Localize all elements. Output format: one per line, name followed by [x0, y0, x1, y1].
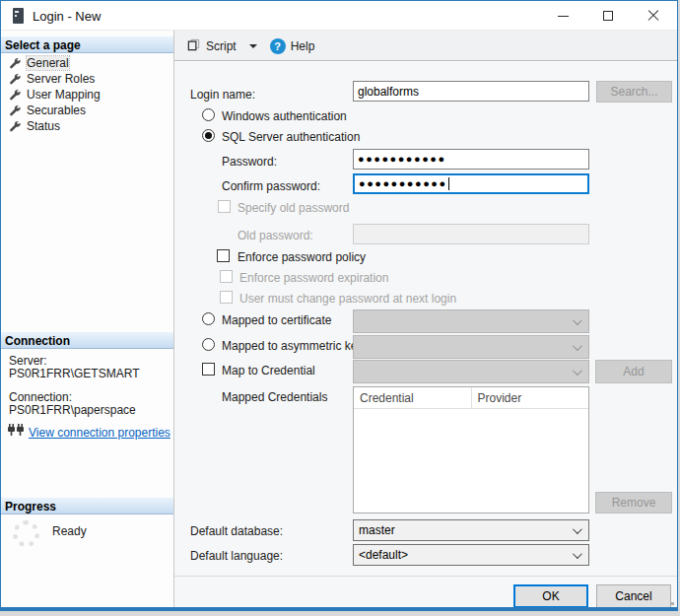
server-value: PS0R1FRR\GETSMART: [9, 367, 139, 380]
sidebar: Select a page General Server Roles User …: [1, 31, 173, 607]
help-button-label: Help: [291, 39, 315, 53]
mapped-to-asymmetric-key-label[interactable]: Mapped to asymmetric key: [222, 339, 363, 353]
certificate-dropdown: [353, 309, 589, 333]
old-password-label: Old password:: [238, 229, 313, 242]
chevron-down-icon: [573, 549, 582, 559]
sidebar-item-label: General: [27, 56, 69, 70]
default-language-dropdown[interactable]: <default>: [353, 544, 589, 566]
progress-status: Ready: [52, 524, 87, 538]
sidebar-item-label: Securables: [27, 103, 86, 117]
wrench-icon: [9, 56, 22, 72]
enforce-password-expiration-label: Enforce password expiration: [239, 271, 388, 285]
connection-properties-icon: [8, 424, 26, 440]
close-icon: [647, 10, 659, 22]
toolbar: Script ? Help: [174, 31, 677, 61]
view-connection-properties-link[interactable]: View connection properties: [29, 426, 170, 440]
sidebar-item-general[interactable]: General: [1, 55, 173, 71]
footer-divider: [174, 576, 677, 577]
old-password-input: [353, 224, 589, 244]
confirm-password-input[interactable]: ●●●●●●●●●●●: [353, 173, 589, 194]
sidebar-item-label: Status: [27, 119, 60, 133]
connection-label: Connection:: [9, 390, 72, 404]
specify-old-password-label: Specify old password: [238, 201, 349, 215]
default-language-label: Default language:: [190, 549, 283, 563]
specify-old-password-checkbox: [218, 200, 231, 213]
close-button[interactable]: [631, 1, 676, 31]
chevron-down-icon: [573, 524, 582, 534]
sidebar-item-securables[interactable]: Securables: [1, 103, 173, 118]
server-label: Server:: [9, 354, 47, 368]
window-title: Login - New: [33, 9, 101, 24]
asymmetric-key-dropdown: [353, 335, 589, 359]
sidebar-item-status[interactable]: Status: [1, 118, 173, 134]
default-language-value: <default>: [359, 548, 408, 562]
login-name-input[interactable]: globalforms: [353, 81, 589, 102]
sidebar-item-server-roles[interactable]: Server Roles: [1, 71, 173, 87]
sidebar-item-user-mapping[interactable]: User Mapping: [1, 87, 173, 103]
resize-grip[interactable]: [671, 602, 674, 605]
cancel-button[interactable]: Cancel: [596, 584, 671, 608]
password-label: Password:: [222, 155, 277, 169]
must-change-password-checkbox: [220, 291, 233, 304]
mapped-credentials-table[interactable]: Credential Provider: [353, 386, 589, 513]
mapped-to-certificate-label[interactable]: Mapped to certificate: [222, 313, 331, 327]
wrench-icon: [9, 72, 22, 88]
sidebar-item-label: Server Roles: [27, 72, 95, 86]
server-login-icon: [13, 8, 24, 24]
script-dropdown-button[interactable]: [245, 42, 261, 50]
minimize-button[interactable]: [540, 1, 585, 31]
enforce-password-policy-label[interactable]: Enforce password policy: [238, 250, 366, 264]
connection-value: PS0R1FRR\paperspace: [9, 403, 136, 417]
default-database-dropdown[interactable]: master: [353, 519, 589, 541]
sql-auth-label[interactable]: SQL Server authentication: [222, 130, 360, 144]
login-new-dialog: Login - New Select a page General Server…: [0, 0, 678, 611]
minimize-icon: [558, 16, 569, 17]
connection-header: Connection: [1, 332, 173, 349]
progress-header: Progress: [1, 498, 173, 514]
script-icon: [186, 37, 201, 55]
enforce-password-policy-checkbox[interactable]: [217, 249, 230, 262]
script-button-label: Script: [206, 39, 237, 53]
script-button[interactable]: Script: [182, 35, 240, 57]
sidebar-item-label: User Mapping: [27, 88, 101, 102]
default-database-label: Default database:: [190, 524, 283, 538]
chevron-down-icon: [573, 315, 582, 325]
mapped-to-asymmetric-key-radio[interactable]: [202, 338, 215, 351]
search-button[interactable]: Search...: [596, 81, 672, 103]
password-input[interactable]: ●●●●●●●●●●●: [353, 149, 589, 170]
maximize-button[interactable]: [585, 1, 631, 31]
provider-column-header[interactable]: Provider: [472, 387, 589, 408]
select-a-page-header: Select a page: [1, 36, 173, 53]
mapped-to-certificate-radio[interactable]: [202, 312, 215, 325]
enforce-password-expiration-checkbox: [220, 270, 233, 283]
login-name-value: globalforms: [358, 85, 419, 99]
sql-auth-radio[interactable]: [202, 129, 215, 142]
map-to-credential-checkbox[interactable]: [202, 363, 215, 376]
table-header-row: Credential Provider: [354, 387, 588, 409]
chevron-down-icon: [249, 44, 257, 48]
map-to-credential-label[interactable]: Map to Credential: [222, 364, 315, 377]
default-database-value: master: [359, 523, 395, 537]
mapped-credentials-label: Mapped Credentials: [222, 390, 327, 404]
progress-spinner-icon: [13, 520, 39, 547]
text-caret: [448, 177, 449, 190]
must-change-password-label: User must change password at next login: [239, 292, 456, 306]
wrench-icon: [9, 88, 22, 103]
credential-column-header[interactable]: Credential: [354, 387, 472, 408]
help-icon: ?: [270, 38, 286, 54]
confirm-password-label: Confirm password:: [222, 179, 320, 193]
password-value: ●●●●●●●●●●●: [358, 154, 446, 165]
wrench-icon: [9, 119, 22, 135]
maximize-icon: [603, 11, 613, 21]
credential-dropdown: [353, 360, 589, 383]
chevron-down-icon: [573, 341, 582, 351]
windows-auth-radio[interactable]: [202, 108, 215, 121]
ok-button[interactable]: OK: [513, 584, 588, 608]
chevron-down-icon: [573, 366, 582, 376]
remove-button[interactable]: Remove: [595, 492, 672, 513]
wrench-icon: [9, 103, 22, 119]
add-button[interactable]: Add: [595, 360, 672, 383]
title-bar: Login - New: [1, 1, 677, 31]
windows-auth-label[interactable]: Windows authentication: [222, 109, 347, 123]
help-button[interactable]: ? Help: [266, 36, 319, 56]
